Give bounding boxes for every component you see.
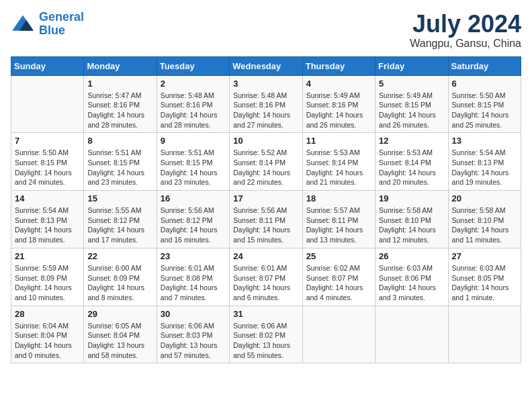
day-number: 20 bbox=[452, 193, 517, 203]
calendar-cell: 28Sunrise: 6:04 AM Sunset: 8:04 PM Dayli… bbox=[11, 306, 84, 363]
day-info: Sunrise: 5:49 AM Sunset: 8:15 PM Dayligh… bbox=[379, 91, 444, 130]
day-info: Sunrise: 6:06 AM Sunset: 8:03 PM Dayligh… bbox=[161, 321, 226, 361]
calendar-cell bbox=[11, 75, 84, 133]
day-number: 28 bbox=[15, 309, 80, 319]
day-number: 10 bbox=[233, 136, 298, 146]
day-number: 15 bbox=[87, 193, 152, 203]
calendar-cell: 2Sunrise: 5:48 AM Sunset: 8:16 PM Daylig… bbox=[157, 75, 229, 133]
day-info: Sunrise: 5:58 AM Sunset: 8:10 PM Dayligh… bbox=[452, 205, 517, 245]
day-info: Sunrise: 5:48 AM Sunset: 8:16 PM Dayligh… bbox=[161, 91, 226, 130]
day-number: 7 bbox=[15, 136, 80, 146]
calendar-cell: 15Sunrise: 5:55 AM Sunset: 8:12 PM Dayli… bbox=[84, 191, 157, 248]
day-info: Sunrise: 5:50 AM Sunset: 8:15 PM Dayligh… bbox=[452, 91, 517, 130]
day-info: Sunrise: 6:01 AM Sunset: 8:08 PM Dayligh… bbox=[161, 263, 226, 303]
logo: General Blue bbox=[11, 11, 84, 38]
calendar-cell: 4Sunrise: 5:49 AM Sunset: 8:16 PM Daylig… bbox=[302, 75, 375, 133]
calendar-cell: 29Sunrise: 6:05 AM Sunset: 8:04 PM Dayli… bbox=[84, 306, 157, 363]
calendar-cell: 21Sunrise: 5:59 AM Sunset: 8:09 PM Dayli… bbox=[11, 248, 84, 306]
day-number: 25 bbox=[306, 251, 371, 261]
logo-general: General bbox=[39, 10, 84, 24]
day-info: Sunrise: 5:49 AM Sunset: 8:16 PM Dayligh… bbox=[306, 91, 371, 130]
day-info: Sunrise: 5:56 AM Sunset: 8:11 PM Dayligh… bbox=[233, 205, 298, 245]
day-number: 5 bbox=[379, 79, 444, 89]
calendar-cell: 6Sunrise: 5:50 AM Sunset: 8:15 PM Daylig… bbox=[448, 75, 521, 133]
calendar-cell: 16Sunrise: 5:56 AM Sunset: 8:12 PM Dayli… bbox=[157, 191, 229, 248]
day-info: Sunrise: 6:04 AM Sunset: 8:04 PM Dayligh… bbox=[15, 321, 80, 361]
day-info: Sunrise: 5:59 AM Sunset: 8:09 PM Dayligh… bbox=[15, 263, 80, 303]
weekday-header-cell: Tuesday bbox=[157, 56, 229, 75]
day-number: 24 bbox=[233, 251, 298, 261]
day-info: Sunrise: 6:03 AM Sunset: 8:06 PM Dayligh… bbox=[379, 263, 444, 303]
day-number: 9 bbox=[161, 136, 226, 146]
day-info: Sunrise: 6:05 AM Sunset: 8:04 PM Dayligh… bbox=[87, 321, 152, 361]
calendar-cell bbox=[302, 306, 375, 363]
day-info: Sunrise: 5:57 AM Sunset: 8:11 PM Dayligh… bbox=[306, 205, 371, 245]
day-info: Sunrise: 6:00 AM Sunset: 8:09 PM Dayligh… bbox=[87, 263, 152, 303]
day-number: 2 bbox=[161, 79, 226, 89]
calendar-cell: 5Sunrise: 5:49 AM Sunset: 8:15 PM Daylig… bbox=[375, 75, 448, 133]
day-info: Sunrise: 5:58 AM Sunset: 8:10 PM Dayligh… bbox=[379, 205, 444, 245]
day-number: 22 bbox=[87, 251, 152, 261]
calendar-cell: 10Sunrise: 5:52 AM Sunset: 8:14 PM Dayli… bbox=[230, 133, 302, 191]
weekday-header-row: SundayMondayTuesdayWednesdayThursdayFrid… bbox=[11, 56, 521, 75]
calendar-week-row: 14Sunrise: 5:54 AM Sunset: 8:13 PM Dayli… bbox=[11, 191, 521, 248]
day-number: 12 bbox=[379, 136, 444, 146]
calendar-cell: 7Sunrise: 5:50 AM Sunset: 8:15 PM Daylig… bbox=[11, 133, 84, 191]
day-info: Sunrise: 5:55 AM Sunset: 8:12 PM Dayligh… bbox=[87, 205, 152, 245]
weekday-header-cell: Monday bbox=[84, 56, 157, 75]
calendar-week-row: 7Sunrise: 5:50 AM Sunset: 8:15 PM Daylig… bbox=[11, 133, 521, 191]
weekday-header-cell: Friday bbox=[375, 56, 448, 75]
day-info: Sunrise: 5:56 AM Sunset: 8:12 PM Dayligh… bbox=[161, 205, 226, 245]
calendar-cell bbox=[448, 306, 521, 363]
logo-text: General Blue bbox=[39, 11, 84, 38]
day-number: 8 bbox=[87, 136, 152, 146]
day-info: Sunrise: 5:53 AM Sunset: 8:14 PM Dayligh… bbox=[379, 148, 444, 187]
day-info: Sunrise: 6:06 AM Sunset: 8:02 PM Dayligh… bbox=[233, 321, 298, 361]
calendar-cell: 12Sunrise: 5:53 AM Sunset: 8:14 PM Dayli… bbox=[375, 133, 448, 191]
calendar-cell: 23Sunrise: 6:01 AM Sunset: 8:08 PM Dayli… bbox=[157, 248, 229, 306]
calendar-week-row: 28Sunrise: 6:04 AM Sunset: 8:04 PM Dayli… bbox=[11, 306, 521, 363]
calendar-cell: 11Sunrise: 5:53 AM Sunset: 8:14 PM Dayli… bbox=[302, 133, 375, 191]
day-info: Sunrise: 5:50 AM Sunset: 8:15 PM Dayligh… bbox=[15, 148, 80, 187]
day-number: 21 bbox=[15, 251, 80, 261]
calendar-cell: 26Sunrise: 6:03 AM Sunset: 8:06 PM Dayli… bbox=[375, 248, 448, 306]
day-number: 3 bbox=[233, 79, 298, 89]
day-info: Sunrise: 6:01 AM Sunset: 8:07 PM Dayligh… bbox=[233, 263, 298, 303]
day-number: 23 bbox=[161, 251, 226, 261]
day-info: Sunrise: 5:52 AM Sunset: 8:14 PM Dayligh… bbox=[233, 148, 298, 187]
calendar-cell: 1Sunrise: 5:47 AM Sunset: 8:16 PM Daylig… bbox=[84, 75, 157, 133]
calendar-cell: 9Sunrise: 5:51 AM Sunset: 8:15 PM Daylig… bbox=[157, 133, 229, 191]
calendar-cell: 18Sunrise: 5:57 AM Sunset: 8:11 PM Dayli… bbox=[302, 191, 375, 248]
day-info: Sunrise: 5:47 AM Sunset: 8:16 PM Dayligh… bbox=[87, 91, 152, 130]
day-number: 16 bbox=[161, 193, 226, 203]
calendar-week-row: 21Sunrise: 5:59 AM Sunset: 8:09 PM Dayli… bbox=[11, 248, 521, 306]
day-number: 14 bbox=[15, 193, 80, 203]
weekday-header-cell: Thursday bbox=[302, 56, 375, 75]
logo-icon bbox=[11, 14, 35, 34]
calendar-week-row: 1Sunrise: 5:47 AM Sunset: 8:16 PM Daylig… bbox=[11, 75, 521, 133]
calendar-cell: 20Sunrise: 5:58 AM Sunset: 8:10 PM Dayli… bbox=[448, 191, 521, 248]
day-info: Sunrise: 5:48 AM Sunset: 8:16 PM Dayligh… bbox=[233, 91, 298, 130]
calendar-cell: 19Sunrise: 5:58 AM Sunset: 8:10 PM Dayli… bbox=[375, 191, 448, 248]
calendar-cell: 17Sunrise: 5:56 AM Sunset: 8:11 PM Dayli… bbox=[230, 191, 302, 248]
day-info: Sunrise: 5:54 AM Sunset: 8:13 PM Dayligh… bbox=[15, 205, 80, 245]
calendar-cell: 3Sunrise: 5:48 AM Sunset: 8:16 PM Daylig… bbox=[230, 75, 302, 133]
day-number: 17 bbox=[233, 193, 298, 203]
day-number: 1 bbox=[87, 79, 152, 89]
day-info: Sunrise: 6:03 AM Sunset: 8:05 PM Dayligh… bbox=[452, 263, 517, 303]
day-info: Sunrise: 5:53 AM Sunset: 8:14 PM Dayligh… bbox=[306, 148, 371, 187]
logo-blue: Blue bbox=[39, 24, 65, 37]
weekday-header-cell: Saturday bbox=[448, 56, 521, 75]
day-number: 4 bbox=[306, 79, 371, 89]
day-number: 11 bbox=[306, 136, 371, 146]
day-info: Sunrise: 5:54 AM Sunset: 8:13 PM Dayligh… bbox=[452, 148, 517, 187]
day-number: 26 bbox=[379, 251, 444, 261]
day-info: Sunrise: 6:02 AM Sunset: 8:07 PM Dayligh… bbox=[306, 263, 371, 303]
calendar-cell: 24Sunrise: 6:01 AM Sunset: 8:07 PM Dayli… bbox=[230, 248, 302, 306]
calendar-cell: 31Sunrise: 6:06 AM Sunset: 8:02 PM Dayli… bbox=[230, 306, 302, 363]
day-number: 31 bbox=[233, 309, 298, 319]
calendar-cell: 25Sunrise: 6:02 AM Sunset: 8:07 PM Dayli… bbox=[302, 248, 375, 306]
day-number: 30 bbox=[161, 309, 226, 319]
calendar-body: 1Sunrise: 5:47 AM Sunset: 8:16 PM Daylig… bbox=[11, 75, 521, 363]
calendar-cell: 22Sunrise: 6:00 AM Sunset: 8:09 PM Dayli… bbox=[84, 248, 157, 306]
